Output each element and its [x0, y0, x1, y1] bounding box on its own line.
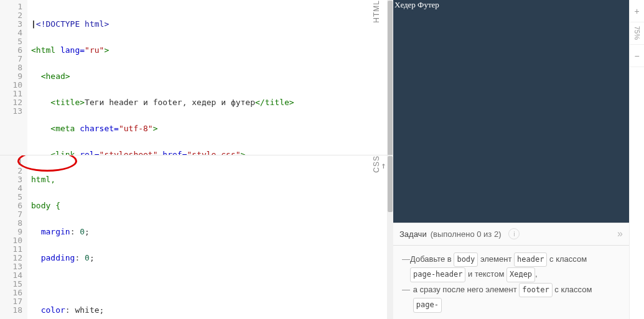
html-code[interactable]: |<!DOCTYPE html> <html lang="ru"> <head>…: [27, 0, 385, 155]
html-scrollbar[interactable]: [387, 0, 393, 155]
preview-pane: Хедер Футер: [393, 0, 629, 223]
task-row: — Добавьте в body элемент header с класс…: [402, 252, 620, 282]
html-gutter: 12345678910111213: [0, 0, 27, 155]
info-icon[interactable]: i: [508, 228, 520, 239]
html-pane-label: HTML: [371, 0, 382, 155]
css-scrollbar[interactable]: [387, 155, 393, 319]
collapse-icon[interactable]: »: [617, 228, 623, 239]
tasks-title: Задачи: [399, 229, 427, 239]
css-code[interactable]: html, body { margin: 0; padding: 0; colo…: [27, 155, 385, 319]
tasks-body: — Добавьте в body элемент header с класс…: [393, 246, 629, 319]
preview-text: Хедер Футер: [394, 0, 439, 9]
css-gutter: 123456789101112131415161718: [0, 155, 27, 319]
html-editor[interactable]: 12345678910111213 |<!DOCTYPE html> <html…: [0, 0, 393, 155]
task-row: — а сразу после него элемент footer с кл…: [402, 282, 620, 313]
css-pane-label: CSS: [371, 155, 382, 319]
zoom-level: 75%: [630, 22, 644, 45]
tasks-header[interactable]: Задачи (выполнено 0 из 2) i »: [393, 223, 629, 245]
zoom-in-button[interactable]: +: [630, 0, 644, 22]
zoom-out-button[interactable]: −: [630, 45, 644, 67]
css-editor[interactable]: 123456789101112131415161718 html, body {…: [0, 155, 393, 319]
tasks-progress: (выполнено 0 из 2): [431, 229, 502, 239]
expand-arrow-icon[interactable]: ↑: [381, 160, 393, 173]
zoom-controls: + 75% −: [629, 0, 644, 319]
